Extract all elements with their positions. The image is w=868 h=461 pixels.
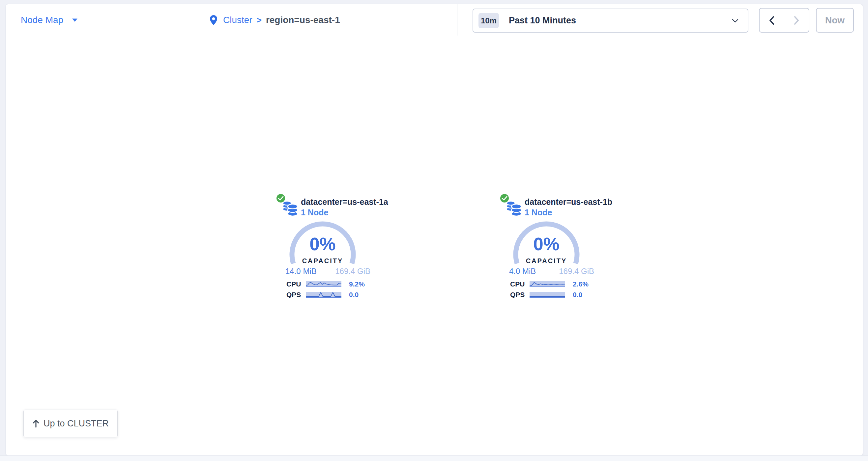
- now-button[interactable]: Now: [816, 8, 854, 33]
- time-range-dropdown[interactable]: 10m Past 10 Minutes: [472, 8, 748, 33]
- time-prev-button[interactable]: [760, 8, 784, 32]
- datacenter-group-us-east-1a[interactable]: datacenter=us-east-1a 1 Node 0% CAPACITY…: [274, 191, 382, 305]
- breadcrumb-cluster-link[interactable]: Cluster: [223, 15, 252, 25]
- time-next-button[interactable]: [784, 8, 809, 32]
- capacity-used: 4.0 MiB: [509, 267, 536, 276]
- capacity-percent: 0%: [512, 233, 581, 255]
- qps-metric-row: QPS 0.0: [286, 291, 359, 298]
- datacenter-name: datacenter=us-east-1a: [301, 197, 388, 207]
- capacity-total: 169.4 GiB: [559, 267, 594, 276]
- arrow-up-icon: [32, 419, 39, 428]
- header-bar: Node Map Cluster > region=us-east-1 10m …: [6, 4, 863, 36]
- health-check-icon: [500, 194, 509, 202]
- time-range-badge: 10m: [478, 13, 499, 28]
- capacity-label: CAPACITY: [512, 257, 581, 265]
- datacenter-title: datacenter=us-east-1a 1 Node: [301, 197, 388, 218]
- health-check-icon: [277, 194, 285, 202]
- time-nav-group: [759, 8, 809, 33]
- breadcrumb: Cluster > region=us-east-1: [210, 4, 340, 36]
- breadcrumb-current: region=us-east-1: [266, 15, 340, 25]
- cpu-value: 2.6%: [573, 280, 589, 288]
- cpu-label: CPU: [286, 280, 306, 288]
- capacity-stats-row: 4.0 MiB 169.4 GiB: [509, 267, 594, 276]
- capacity-percent: 0%: [288, 233, 357, 255]
- database-stack-icon: [506, 200, 522, 217]
- view-selector-dropdown[interactable]: Node Map: [21, 4, 78, 36]
- datacenter-title: datacenter=us-east-1b 1 Node: [525, 197, 612, 218]
- caret-down-icon: [72, 18, 78, 22]
- datacenter-node-count: 1 Node: [301, 207, 388, 218]
- location-pin-icon: [210, 15, 217, 25]
- cpu-sparkline: [530, 281, 565, 287]
- capacity-label: CAPACITY: [288, 257, 357, 265]
- node-map-panel: Node Map Cluster > region=us-east-1 10m …: [6, 4, 863, 456]
- qps-label: QPS: [286, 291, 306, 299]
- qps-sparkline: [530, 292, 565, 298]
- cpu-sparkline: [306, 281, 341, 287]
- qps-value: 0.0: [573, 291, 582, 299]
- up-to-cluster-label: Up to CLUSTER: [43, 419, 109, 429]
- qps-value: 0.0: [349, 291, 359, 299]
- cpu-metric-row: CPU 2.6%: [510, 281, 589, 288]
- breadcrumb-separator: >: [257, 15, 262, 25]
- qps-metric-row: QPS 0.0: [510, 291, 582, 298]
- datacenter-group-us-east-1b[interactable]: datacenter=us-east-1b 1 Node 0% CAPACITY…: [498, 191, 606, 305]
- qps-label: QPS: [510, 291, 530, 299]
- view-selector-label: Node Map: [21, 15, 63, 25]
- time-range-label: Past 10 Minutes: [509, 15, 576, 26]
- capacity-total: 169.4 GiB: [335, 267, 370, 276]
- bottom-strip: [0, 455, 868, 461]
- up-to-cluster-button[interactable]: Up to CLUSTER: [23, 409, 118, 437]
- cpu-label: CPU: [510, 280, 530, 288]
- header-divider: [457, 4, 457, 36]
- database-stack-icon: [282, 200, 299, 217]
- qps-sparkline: [306, 292, 341, 298]
- cpu-value: 9.2%: [349, 280, 365, 288]
- capacity-stats-row: 14.0 MiB 169.4 GiB: [285, 267, 370, 276]
- cpu-metric-row: CPU 9.2%: [286, 281, 365, 288]
- datacenter-node-count: 1 Node: [525, 207, 612, 218]
- chevron-down-icon: [732, 19, 739, 23]
- datacenter-name: datacenter=us-east-1b: [525, 197, 612, 207]
- capacity-used: 14.0 MiB: [285, 267, 317, 276]
